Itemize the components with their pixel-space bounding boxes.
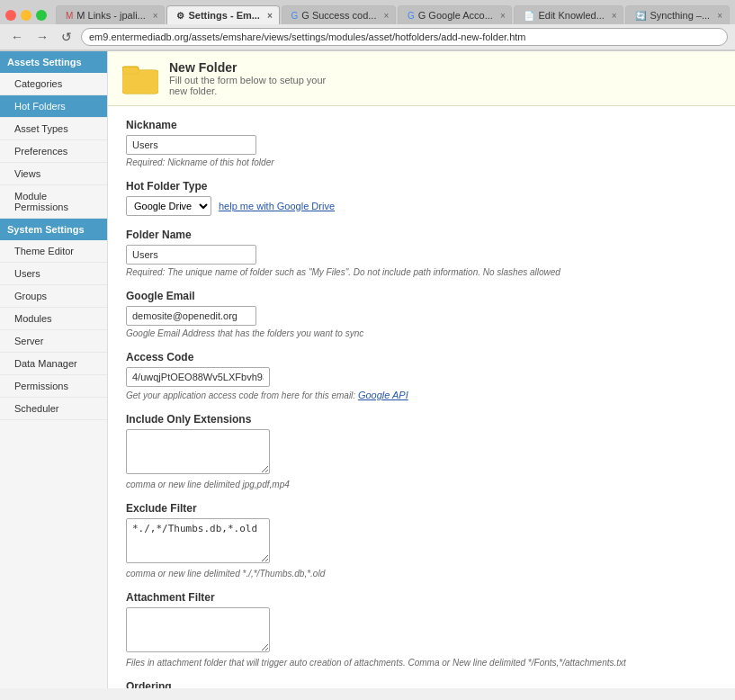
folder-icon [122, 63, 158, 94]
access-code-input[interactable] [126, 367, 270, 387]
folder-name-hint: Required: The unique name of folder such… [126, 267, 717, 277]
sidebar-item-hotfolders[interactable]: Hot Folders [0, 95, 107, 118]
nickname-group: Nickname Required: Nickname of this hot … [126, 119, 717, 167]
page-desc-line1: Fill out the form below to setup your [169, 75, 326, 85]
tab-icon-google1: G [291, 11, 299, 21]
include-extensions-textarea[interactable] [126, 429, 270, 474]
tab-close-syncthing[interactable]: × [717, 11, 722, 21]
sidebar-item-theme-editor[interactable]: Theme Editor [0, 240, 107, 263]
exclude-filter-textarea[interactable]: *./,*/Thumbs.db,*.old [126, 518, 270, 563]
browser-chrome: M M Links - jpali... × ⚙ Settings - Em..… [0, 0, 735, 51]
nickname-hint: Required: Nickname of this hot folder [126, 157, 717, 167]
system-settings-header: System Settings [0, 219, 107, 240]
folder-name-group: Folder Name Required: The unique name of… [126, 229, 717, 277]
close-button[interactable] [5, 10, 16, 21]
help-link[interactable]: help me with Google Drive [219, 201, 335, 211]
hotfolder-type-group: Hot Folder Type Google Drive Local Folde… [126, 180, 717, 216]
sidebar-item-scheduler[interactable]: Scheduler [0, 398, 107, 420]
page-header: New Folder Fill out the form below to se… [108, 51, 735, 106]
svg-rect-2 [122, 70, 158, 94]
tab-close-edit-knowled[interactable]: × [612, 11, 617, 21]
ordering-group: Ordering The order of this hot folder. 0… [126, 680, 717, 688]
exclude-filter-label: Exclude Filter [126, 502, 717, 515]
page-title: New Folder [169, 60, 326, 75]
nickname-input[interactable] [126, 135, 256, 155]
address-bar: ← → ↺ [0, 24, 735, 50]
sidebar-item-module-permissions[interactable]: Module Permissions [0, 185, 107, 219]
sidebar-item-views[interactable]: Views [0, 163, 107, 185]
tab-bar: M M Links - jpali... × ⚙ Settings - Em..… [0, 0, 735, 24]
tab-mail[interactable]: M M Links - jpali... × [56, 5, 165, 24]
access-code-label: Access Code [126, 351, 717, 363]
sidebar-item-permissions[interactable]: Permissions [0, 375, 107, 398]
reload-button[interactable]: ↺ [58, 28, 76, 46]
attachment-filter-hint: Files in attachment folder that will tri… [126, 658, 717, 668]
window-controls [5, 10, 47, 21]
exclude-filter-group: Exclude Filter *./,*/Thumbs.db,*.old com… [126, 502, 717, 579]
sidebar-item-modules[interactable]: Modules [0, 308, 107, 330]
sidebar-item-data-manager[interactable]: Data Manager [0, 353, 107, 375]
form-container: Nickname Required: Nickname of this hot … [108, 106, 735, 688]
page-header-text: New Folder Fill out the form below to se… [169, 60, 326, 96]
sidebar: Assets Settings Categories Hot Folders A… [0, 51, 108, 688]
include-extensions-hint: comma or new line delimited jpg,pdf,mp4 [126, 480, 717, 489]
nickname-label: Nickname [126, 119, 717, 131]
access-code-hint: Get your application access code from he… [126, 390, 717, 400]
main-content: New Folder Fill out the form below to se… [108, 51, 735, 688]
tab-syncthing[interactable]: 🔄 Syncthing –... × [625, 5, 730, 24]
google-api-link[interactable]: Google API [358, 390, 408, 400]
assets-settings-header: Assets Settings [0, 51, 107, 73]
folder-name-label: Folder Name [126, 229, 717, 241]
sidebar-item-preferences[interactable]: Preferences [0, 140, 107, 163]
include-extensions-label: Include Only Extensions [126, 413, 717, 426]
forward-button[interactable]: → [32, 28, 52, 46]
hotfolder-type-label: Hot Folder Type [126, 180, 717, 193]
app-container: Assets Settings Categories Hot Folders A… [0, 51, 735, 688]
tab-icon-edit: 📄 [524, 11, 534, 21]
ordering-label: Ordering [126, 680, 717, 688]
sidebar-item-users[interactable]: Users [0, 263, 107, 285]
folder-name-input[interactable] [126, 245, 256, 265]
sidebar-item-asset-types[interactable]: Asset Types [0, 118, 107, 140]
attachment-filter-group: Attachment Filter Files in attachment fo… [126, 591, 717, 668]
attachment-filter-textarea[interactable] [126, 607, 270, 652]
back-button[interactable]: ← [7, 28, 27, 46]
tab-icon-settings: ⚙ [176, 11, 184, 21]
exclude-filter-hint: comma or new line delimited *./,*/Thumbs… [126, 569, 717, 579]
tab-edit-knowled[interactable]: 📄 Edit Knowled... × [514, 5, 623, 24]
attachment-filter-label: Attachment Filter [126, 591, 717, 604]
tab-close-mail[interactable]: × [153, 11, 158, 21]
google-email-group: Google Email Google Email Address that h… [126, 290, 717, 338]
google-email-hint: Google Email Address that has the folder… [126, 328, 717, 338]
access-code-group: Access Code Get your application access … [126, 351, 717, 400]
minimize-button[interactable] [21, 10, 31, 21]
tab-success[interactable]: G G Success cod... × [282, 5, 396, 24]
tab-icon-mail: M [66, 11, 73, 21]
url-input[interactable] [81, 28, 728, 46]
include-extensions-group: Include Only Extensions comma or new lin… [126, 413, 717, 489]
tab-settings[interactable]: ⚙ Settings - Em... × [166, 5, 279, 24]
hotfolder-type-row: Google Drive Local Folder S3 Dropbox hel… [126, 196, 717, 216]
sidebar-item-groups[interactable]: Groups [0, 285, 107, 308]
google-email-label: Google Email [126, 290, 717, 302]
tab-icon-google2: G [408, 11, 415, 21]
tab-google-acco[interactable]: G G Google Acco... × [398, 5, 512, 24]
tab-close-settings[interactable]: × [267, 11, 273, 21]
tab-close-success[interactable]: × [383, 11, 389, 21]
hotfolder-type-select[interactable]: Google Drive Local Folder S3 Dropbox [126, 196, 211, 216]
tab-icon-syncthing: 🔄 [635, 11, 646, 21]
page-desc-line2: new folder. [169, 85, 326, 96]
sidebar-item-categories[interactable]: Categories [0, 73, 107, 95]
tab-close-google-acco[interactable]: × [500, 11, 506, 21]
maximize-button[interactable] [36, 10, 47, 21]
google-email-input[interactable] [126, 306, 256, 326]
sidebar-item-server[interactable]: Server [0, 330, 107, 353]
